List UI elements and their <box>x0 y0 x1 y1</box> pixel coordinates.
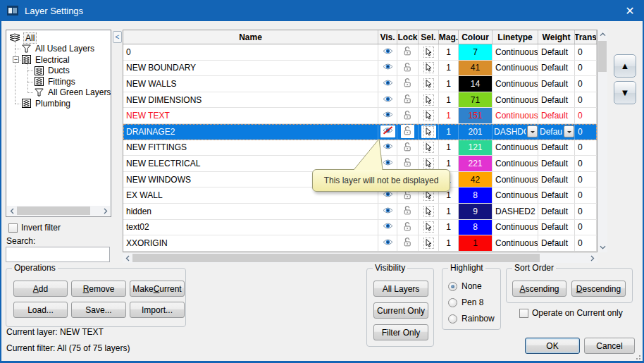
ok-button[interactable]: OK <box>525 338 580 354</box>
import-button[interactable]: Import... <box>130 302 185 318</box>
collapse-tree-button[interactable]: < <box>113 31 122 43</box>
table-row[interactable]: NEW BOUNDARY141ContinuousDefault0 <box>123 61 597 77</box>
cursor-icon[interactable] <box>421 125 436 138</box>
ascending-button[interactable]: Ascending <box>512 281 566 297</box>
cursor-icon[interactable] <box>423 110 434 121</box>
magnitude-cell[interactable]: 1 <box>439 76 459 92</box>
selectable-cell[interactable] <box>419 204 439 219</box>
selectable-cell[interactable] <box>419 61 439 76</box>
lock-cell[interactable] <box>397 108 419 123</box>
weight-cell[interactable]: Default <box>538 140 575 156</box>
radio-icon[interactable] <box>448 282 457 291</box>
scrollbar-thumb[interactable] <box>598 41 607 72</box>
weight-cell[interactable]: Default <box>538 44 575 60</box>
transparency-cell[interactable]: 0 <box>575 44 597 60</box>
colour-cell[interactable]: 9 <box>459 204 493 219</box>
lock-cell[interactable] <box>397 124 419 140</box>
transparency-cell[interactable]: 0 <box>575 204 597 219</box>
cursor-icon[interactable] <box>423 158 434 169</box>
colour-swatch[interactable]: 201 <box>459 124 492 140</box>
layer-name-cell[interactable]: NEW TEXT <box>123 108 378 123</box>
layer-name-cell[interactable]: DRAINAGE2 <box>123 124 378 140</box>
colour-cell[interactable]: 8 <box>459 187 493 203</box>
linetype-cell[interactable]: Continuous <box>493 172 538 187</box>
cursor-icon[interactable] <box>423 142 434 153</box>
selectable-cell[interactable] <box>419 124 439 140</box>
eye-icon[interactable] <box>383 95 393 105</box>
colour-swatch[interactable]: 151 <box>459 108 492 123</box>
table-row[interactable]: 017ContinuousDefault0 <box>123 44 597 61</box>
table-row[interactable]: hidden19DASHED2Default0 <box>123 204 597 220</box>
tree-item-all[interactable]: All <box>6 32 111 44</box>
eye-icon[interactable] <box>383 222 393 232</box>
table-vertical-scrollbar[interactable] <box>597 30 607 252</box>
magnitude-cell[interactable]: 1 <box>439 235 459 251</box>
table-horizontal-scrollbar[interactable] <box>123 253 597 263</box>
lock-cell[interactable] <box>397 204 419 219</box>
visibility-cell[interactable] <box>378 235 397 251</box>
selectable-cell[interactable] <box>419 140 439 156</box>
linetype-cell[interactable]: Continuous <box>493 220 538 235</box>
lock-open-icon[interactable] <box>403 78 412 90</box>
colour-swatch[interactable]: 121 <box>459 140 492 156</box>
selectable-cell[interactable] <box>419 108 439 123</box>
weight-cell[interactable]: Default <box>538 61 575 76</box>
layer-name-cell[interactable]: NEW FITTINGS <box>123 140 378 156</box>
tree-horizontal-scrollbar[interactable] <box>7 206 110 216</box>
linetype-cell[interactable]: DASHED2 <box>493 204 538 219</box>
table-row[interactable]: NEW TEXT1151ContinuousDefault0 <box>123 108 597 124</box>
colour-cell[interactable]: 1 <box>459 235 493 251</box>
linetype-cell[interactable]: Continuous <box>493 156 538 171</box>
operate-current-only-checkbox[interactable]: Operate on Current only <box>519 308 623 318</box>
search-input[interactable] <box>6 247 110 262</box>
lock-open-icon[interactable] <box>403 62 412 74</box>
selectable-cell[interactable] <box>419 76 439 92</box>
selectable-cell[interactable] <box>419 44 439 60</box>
colour-swatch[interactable]: 8 <box>459 220 492 235</box>
visibility-cell[interactable] <box>378 220 397 235</box>
transparency-cell[interactable]: 0 <box>575 140 597 156</box>
colour-cell[interactable]: 221 <box>459 156 493 171</box>
descending-button[interactable]: Descending <box>571 281 626 297</box>
column-header-vis[interactable]: Vis. <box>378 30 397 44</box>
linetype-cell[interactable]: Continuous <box>493 108 538 123</box>
colour-cell[interactable]: 8 <box>459 220 493 235</box>
checkbox-icon[interactable] <box>8 223 18 233</box>
layer-name-cell[interactable]: XXORIGIN <box>123 235 378 251</box>
title-bar[interactable]: Layer Settings ✕ <box>0 0 644 21</box>
colour-swatch[interactable]: 221 <box>459 156 492 171</box>
weight-cell[interactable]: Default <box>538 235 575 251</box>
column-header-name[interactable]: Name <box>123 30 378 44</box>
transparency-cell[interactable]: 0 <box>575 156 597 171</box>
cursor-icon[interactable] <box>423 78 434 90</box>
layer-name-cell[interactable]: NEW DIMENSIONS <box>123 92 378 108</box>
colour-swatch[interactable]: 42 <box>459 172 492 187</box>
lock-open-icon[interactable] <box>403 142 412 154</box>
layer-name-cell[interactable]: 0 <box>123 44 378 60</box>
column-header-lock[interactable]: Lock <box>397 30 419 44</box>
weight-dropdown-icon[interactable] <box>564 125 574 137</box>
colour-cell[interactable]: 151 <box>459 108 493 123</box>
lock-open-icon[interactable] <box>403 221 412 233</box>
colour-swatch[interactable]: 7 <box>459 44 492 60</box>
current-only-button[interactable]: Current Only <box>373 302 428 319</box>
eye-icon[interactable] <box>383 47 393 57</box>
magnitude-cell[interactable]: 1 <box>439 204 459 219</box>
scroll-up-icon[interactable] <box>597 30 607 39</box>
highlight-option-none[interactable]: None <box>448 281 495 291</box>
colour-swatch[interactable]: 41 <box>459 61 492 76</box>
move-down-button[interactable]: ▼ <box>614 81 636 104</box>
transparency-cell[interactable]: 0 <box>575 61 597 76</box>
table-row[interactable]: NEW DIMENSIONS171ContinuousDefault0 <box>123 92 597 109</box>
weight-cell[interactable]: Default <box>538 124 575 140</box>
weight-cell[interactable]: Default <box>538 108 575 123</box>
lock-cell[interactable] <box>397 220 419 235</box>
colour-swatch[interactable]: 8 <box>459 187 492 203</box>
radio-icon[interactable] <box>448 298 457 307</box>
scroll-left-icon[interactable] <box>7 206 16 216</box>
resize-grip[interactable] <box>635 354 641 360</box>
lock-open-icon[interactable] <box>403 237 412 249</box>
transparency-cell[interactable]: 0 <box>575 92 597 108</box>
weight-cell[interactable]: Default <box>538 76 575 92</box>
layer-name-cell[interactable]: text02 <box>123 220 378 235</box>
